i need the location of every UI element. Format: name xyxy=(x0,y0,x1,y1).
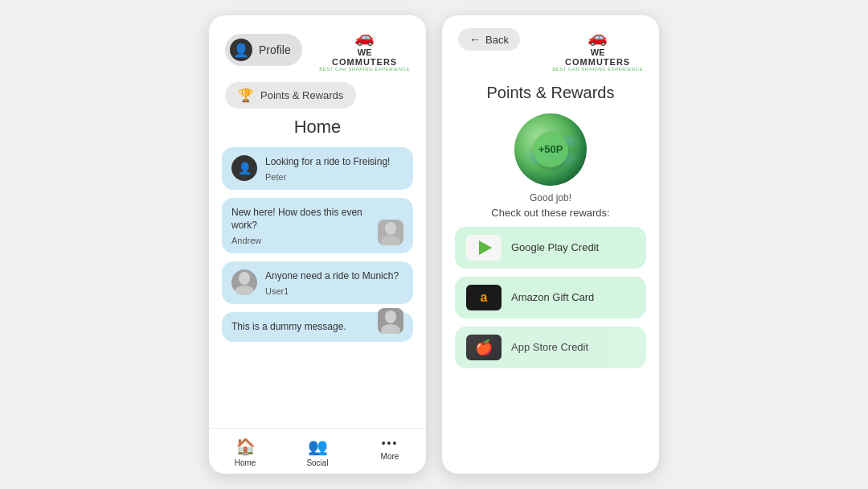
logo-we-right: WE xyxy=(552,47,643,57)
logo-tagline-right: BEST CAR SHARING EXPERIENCE xyxy=(552,67,643,72)
logo-commuters-right: COMMUTERS xyxy=(552,57,643,67)
right-header: ← Back 🚗 WE COMMUTERS BEST CAR SHARING E… xyxy=(442,15,659,79)
more-icon: ••• xyxy=(382,437,399,450)
reward-amazon[interactable]: a Amazon Gift Card xyxy=(455,277,646,318)
feed-avatar-4 xyxy=(378,308,403,334)
profile-button[interactable]: 👤 Profile xyxy=(225,34,302,66)
profile-label: Profile xyxy=(259,43,291,56)
feed-list: 👤 Looking for a ride to Freising! Peter … xyxy=(209,147,426,428)
left-header: 👤 Profile 🚗 WE COMMUTERS BEST CAR SHARIN… xyxy=(209,15,426,79)
svg-point-4 xyxy=(385,310,396,323)
feed-user-2: Andrew xyxy=(231,236,373,245)
right-phone-screen: ← Back 🚗 WE COMMUTERS BEST CAR SHARING E… xyxy=(442,15,659,474)
google-play-icon xyxy=(466,235,502,261)
left-phone-screen: 👤 Profile 🚗 WE COMMUTERS BEST CAR SHARIN… xyxy=(209,15,426,474)
reward-appstore[interactable]: 🍎 App Store Credit xyxy=(455,327,646,368)
feed-avatar-user1 xyxy=(231,269,257,295)
nav-more[interactable]: ••• More xyxy=(354,437,426,467)
screens-container: 👤 Profile 🚗 WE COMMUTERS BEST CAR SHARIN… xyxy=(209,15,659,474)
feed-text-2: New here! How does this even work? xyxy=(231,206,373,233)
feed-user-3: User1 xyxy=(265,286,403,296)
check-rewards-text: Check out these rewards: xyxy=(442,207,659,219)
svg-point-5 xyxy=(381,324,400,334)
feed-avatar-peter: 👤 xyxy=(231,155,257,181)
points-badge: +50P xyxy=(533,132,568,167)
feed-content-3: Anyone need a ride to Munich? User1 xyxy=(265,269,403,296)
feed-avatar-andrew xyxy=(378,220,403,245)
reward-google-play[interactable]: Google Play Credit xyxy=(455,227,646,269)
svg-point-2 xyxy=(239,272,250,285)
logo-commuters-left: COMMUTERS xyxy=(319,57,410,67)
feed-text-1: Looking for a ride to Freising! xyxy=(265,155,403,169)
feed-content-4: This is a dummy message. xyxy=(231,320,373,334)
back-arrow-icon: ← xyxy=(469,33,481,46)
back-button[interactable]: ← Back xyxy=(458,28,520,51)
good-job-text: Good job! xyxy=(442,192,659,203)
feed-item-3[interactable]: Anyone need a ride to Munich? User1 xyxy=(222,261,413,304)
feed-item-1[interactable]: 👤 Looking for a ride to Freising! Peter xyxy=(222,147,413,190)
reward-google-play-label: Google Play Credit xyxy=(511,241,599,253)
feed-item-4[interactable]: This is a dummy message. xyxy=(222,312,413,342)
rewards-list: Google Play Credit a Amazon Gift Card 🍎 … xyxy=(442,227,659,474)
home-icon: 🏠 xyxy=(235,437,256,456)
amazon-icon: a xyxy=(466,285,502,310)
nav-social[interactable]: 👥 Social xyxy=(281,437,354,467)
reward-appstore-label: App Store Credit xyxy=(511,341,588,353)
feed-user-1: Peter xyxy=(265,172,403,182)
pr-title: Points & Rewards xyxy=(442,84,659,102)
home-title: Home xyxy=(209,117,426,138)
social-icon: 👥 xyxy=(308,437,328,456)
points-rewards-button[interactable]: 🏆 Points & Rewards xyxy=(225,82,356,109)
nav-home[interactable]: 🏠 Home xyxy=(209,437,281,467)
globe-visual: +50P xyxy=(514,113,587,186)
car-icon-right: 🚗 xyxy=(552,28,643,46)
nav-home-label: Home xyxy=(235,458,256,467)
globe-container: +50P xyxy=(442,113,659,186)
bottom-nav: 🏠 Home 👥 Social ••• More xyxy=(209,428,426,474)
points-rewards-label: Points & Rewards xyxy=(260,89,343,101)
feed-content-2: New here! How does this even work? Andre… xyxy=(231,206,373,246)
trophy-icon: 🏆 xyxy=(238,88,254,103)
feed-item-2[interactable]: New here! How does this even work? Andre… xyxy=(222,198,413,254)
feed-text-3: Anyone need a ride to Munich? xyxy=(265,269,403,283)
svg-point-3 xyxy=(235,286,254,295)
profile-icon: 👤 xyxy=(230,39,252,61)
car-icon: 🚗 xyxy=(319,28,410,46)
app-store-icon: 🍎 xyxy=(466,335,502,360)
svg-point-1 xyxy=(381,236,400,245)
logo-tagline-left: BEST CAR SHARING EXPERIENCE xyxy=(319,67,410,72)
back-label: Back xyxy=(485,34,509,46)
feed-text-4: This is a dummy message. xyxy=(231,320,373,334)
nav-social-label: Social xyxy=(306,458,328,467)
feed-content-1: Looking for a ride to Freising! Peter xyxy=(265,155,403,182)
reward-amazon-label: Amazon Gift Card xyxy=(511,291,594,303)
nav-more-label: More xyxy=(381,452,399,461)
logo-we-left: WE xyxy=(319,47,410,57)
svg-point-0 xyxy=(385,222,396,235)
left-logo: 🚗 WE COMMUTERS BEST CAR SHARING EXPERIEN… xyxy=(319,28,410,72)
right-logo: 🚗 WE COMMUTERS BEST CAR SHARING EXPERIEN… xyxy=(552,28,643,72)
